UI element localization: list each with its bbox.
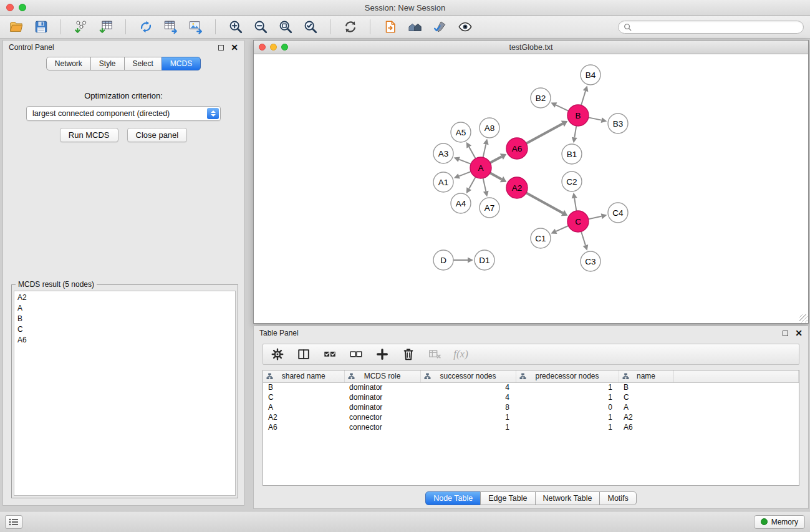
zoom-selected-button[interactable] bbox=[301, 18, 320, 36]
network-canvas[interactable]: B4B2BB3A8A5A6A3B1AC2A1A2A4A7C4CC1DD1C3 bbox=[254, 54, 808, 323]
import-table-button[interactable] bbox=[96, 18, 115, 36]
zoom-fit-button[interactable] bbox=[276, 18, 295, 36]
close-table-panel-icon[interactable]: ✕ bbox=[795, 329, 803, 337]
delete-columns-button[interactable] bbox=[400, 346, 417, 362]
network-node-C3[interactable]: C3 bbox=[581, 251, 600, 271]
tab-network-table[interactable]: Network Table bbox=[535, 491, 600, 505]
network-edge-A-A3[interactable] bbox=[459, 160, 471, 164]
apply-layout-button[interactable] bbox=[340, 18, 360, 36]
table-row[interactable]: A6connector11A6 bbox=[263, 422, 799, 432]
tab-mcds[interactable]: MCDS bbox=[162, 57, 201, 70]
mcds-result-list[interactable]: A2ABCA6 bbox=[14, 291, 236, 496]
network-edge-A-A6[interactable] bbox=[490, 157, 501, 163]
network-edge-A-A1[interactable] bbox=[459, 172, 471, 176]
apply-style-button[interactable] bbox=[430, 18, 450, 36]
save-session-button[interactable] bbox=[31, 18, 51, 36]
network-node-A3[interactable]: A3 bbox=[433, 143, 453, 163]
close-panel-button[interactable]: Close panel bbox=[127, 128, 188, 142]
network-edge-A6-B[interactable] bbox=[526, 123, 562, 143]
network-edge-A-A2[interactable] bbox=[490, 173, 502, 179]
column-header-mcds-role[interactable]: MCDS role bbox=[344, 370, 420, 382]
network-node-B1[interactable]: B1 bbox=[562, 144, 582, 164]
table-row[interactable]: Cdominator41C bbox=[263, 392, 799, 402]
network-edge-A2-C[interactable] bbox=[526, 193, 563, 213]
network-edge-C-C2[interactable] bbox=[574, 198, 576, 211]
mcds-result-item[interactable]: C bbox=[14, 324, 235, 335]
tab-select[interactable]: Select bbox=[124, 57, 162, 70]
zoom-out-button[interactable] bbox=[251, 18, 270, 36]
show-columns-button[interactable] bbox=[296, 346, 312, 362]
zoom-in-button[interactable] bbox=[226, 18, 245, 36]
network-node-D[interactable]: D bbox=[433, 250, 453, 270]
memory-button[interactable]: Memory bbox=[754, 515, 805, 529]
network-node-A4[interactable]: A4 bbox=[451, 193, 471, 213]
mcds-result-item[interactable]: B bbox=[14, 314, 235, 324]
tab-motifs[interactable]: Motifs bbox=[599, 491, 636, 505]
network-node-B4[interactable]: B4 bbox=[581, 65, 600, 85]
mcds-result-item[interactable]: A2 bbox=[14, 293, 235, 303]
column-header-predecessor-nodes[interactable]: predecessor nodes bbox=[516, 370, 619, 382]
float-panel-icon[interactable] bbox=[218, 45, 224, 51]
network-node-B2[interactable]: B2 bbox=[531, 88, 551, 108]
tab-edge-table[interactable]: Edge Table bbox=[480, 491, 535, 505]
first-neighbors-button[interactable] bbox=[405, 18, 425, 36]
tab-network[interactable]: Network bbox=[46, 57, 91, 70]
network-edge-A-A7[interactable] bbox=[483, 178, 486, 191]
network-node-A5[interactable]: A5 bbox=[451, 122, 471, 142]
panel-menu-button[interactable] bbox=[5, 515, 22, 529]
network-node-A1[interactable]: A1 bbox=[433, 172, 453, 192]
network-edge-A-A5[interactable] bbox=[469, 147, 475, 159]
table-settings-button[interactable] bbox=[269, 346, 286, 362]
deselect-all-button[interactable] bbox=[348, 346, 364, 362]
import-network-button[interactable] bbox=[71, 18, 90, 36]
run-mcds-button[interactable]: Run MCDS bbox=[60, 128, 118, 142]
add-column-button[interactable] bbox=[374, 346, 390, 362]
zoom-window-button[interactable] bbox=[19, 4, 26, 11]
network-edge-B-B4[interactable] bbox=[581, 91, 586, 105]
network-edge-C-C4[interactable] bbox=[589, 216, 602, 220]
function-builder-button[interactable]: f(x) bbox=[453, 346, 469, 362]
network-node-C[interactable]: C bbox=[567, 211, 589, 232]
close-window-button[interactable] bbox=[6, 4, 14, 11]
network-node-D1[interactable]: D1 bbox=[475, 250, 494, 270]
close-network-window-button[interactable] bbox=[259, 44, 266, 51]
table-row[interactable]: A2connector11A2 bbox=[263, 412, 799, 422]
tab-style[interactable]: Style bbox=[90, 57, 125, 70]
network-node-A7[interactable]: A7 bbox=[480, 198, 499, 218]
optimization-criterion-select[interactable]: largest connected component (directed) bbox=[26, 106, 221, 121]
network-node-B[interactable]: B bbox=[567, 105, 589, 126]
search-input[interactable] bbox=[635, 22, 798, 31]
network-edge-B-B2[interactable] bbox=[556, 105, 568, 110]
network-edge-B-B1[interactable] bbox=[574, 126, 576, 138]
delete-table-button[interactable] bbox=[427, 346, 443, 362]
minimize-network-window-button[interactable] bbox=[270, 44, 277, 51]
network-node-C2[interactable]: C2 bbox=[562, 172, 582, 191]
table-row[interactable]: Bdominator41B bbox=[263, 382, 799, 392]
export-network-button[interactable] bbox=[136, 18, 155, 36]
select-all-button[interactable] bbox=[322, 346, 338, 362]
mcds-result-item[interactable]: A bbox=[14, 303, 235, 314]
open-session-button[interactable] bbox=[6, 18, 26, 36]
network-node-A6[interactable]: A6 bbox=[506, 138, 528, 159]
column-header-successor-nodes[interactable]: successor nodes bbox=[420, 370, 516, 382]
network-edge-C-C3[interactable] bbox=[581, 231, 586, 245]
network-edge-C-C1[interactable] bbox=[556, 226, 569, 231]
network-edge-A-A8[interactable] bbox=[483, 144, 486, 157]
tab-node-table[interactable]: Node Table bbox=[425, 491, 481, 505]
column-header-shared-name[interactable]: shared name bbox=[263, 370, 344, 382]
close-control-panel-icon[interactable]: ✕ bbox=[231, 43, 238, 52]
network-edge-B-B3[interactable] bbox=[589, 117, 602, 120]
mcds-result-item[interactable]: A6 bbox=[14, 335, 235, 346]
network-node-C4[interactable]: C4 bbox=[608, 203, 628, 223]
table-row[interactable]: Adominator80A bbox=[263, 402, 799, 412]
network-node-A[interactable]: A bbox=[470, 157, 491, 178]
export-image-button[interactable] bbox=[186, 18, 205, 36]
float-table-panel-icon[interactable] bbox=[783, 331, 788, 336]
network-edge-A-A4[interactable] bbox=[469, 177, 475, 189]
network-node-A8[interactable]: A8 bbox=[480, 118, 499, 138]
show-graphics-details-button[interactable] bbox=[455, 18, 475, 36]
resize-grip-icon[interactable] bbox=[799, 314, 808, 322]
network-node-A2[interactable]: A2 bbox=[506, 177, 528, 198]
new-network-from-selection-button[interactable] bbox=[380, 18, 400, 36]
network-node-C1[interactable]: C1 bbox=[531, 228, 551, 248]
